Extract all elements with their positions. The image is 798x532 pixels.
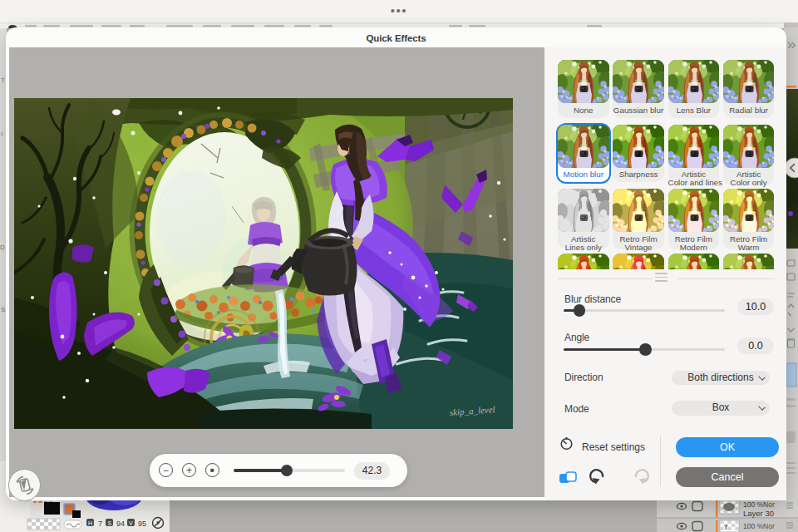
svg-text:V: V bbox=[129, 520, 133, 526]
svg-text:7: 7 bbox=[98, 520, 102, 528]
svg-text:95: 95 bbox=[138, 520, 146, 528]
svg-text:94: 94 bbox=[116, 520, 125, 528]
svg-text:T: T bbox=[1, 76, 5, 84]
svg-text:H: H bbox=[88, 520, 92, 526]
svg-text:S: S bbox=[1, 306, 5, 313]
svg-text:100 %Nor: 100 %Nor bbox=[743, 522, 775, 530]
svg-text:100 %Nor: 100 %Nor bbox=[743, 500, 775, 509]
svg-text:S: S bbox=[108, 520, 112, 526]
svg-text:D: D bbox=[0, 244, 5, 251]
svg-text:I: I bbox=[1, 131, 2, 138]
svg-text:Layer 30: Layer 30 bbox=[743, 509, 774, 518]
